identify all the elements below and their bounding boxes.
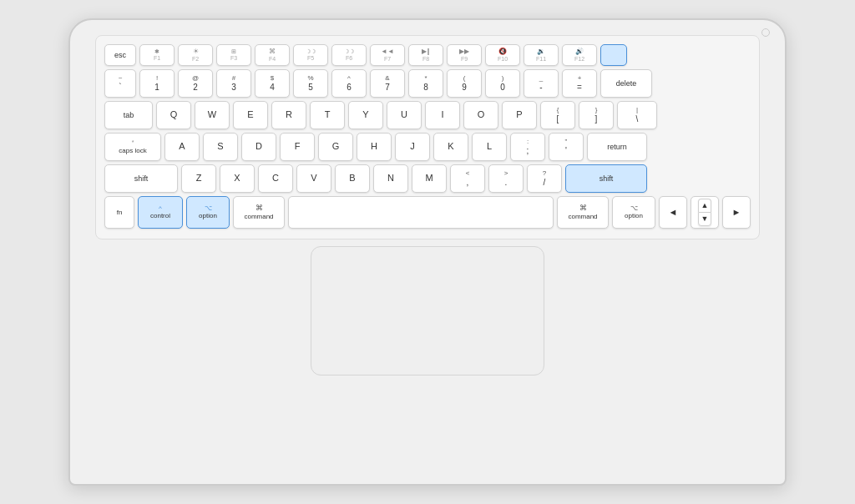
key-u[interactable]: U (387, 101, 422, 129)
trackpad[interactable] (311, 246, 544, 375)
key-quote[interactable]: "' (549, 133, 584, 161)
key-1[interactable]: !1 (139, 69, 175, 98)
key-tab[interactable]: tab (104, 101, 153, 129)
key-m[interactable]: M (412, 164, 447, 193)
key-l[interactable]: L (472, 133, 507, 161)
key-arrow-left[interactable]: ◄ (659, 196, 687, 229)
key-p[interactable]: P (502, 101, 537, 129)
key-space[interactable] (288, 196, 554, 229)
key-8[interactable]: *8 (408, 69, 443, 98)
key-option-right[interactable]: ⌥ option (612, 196, 655, 229)
key-a[interactable]: A (164, 133, 200, 161)
key-fn[interactable]: fn (104, 196, 134, 229)
key-f1[interactable]: ✱F1 (139, 44, 175, 66)
key-f5[interactable]: ☽☽F5 (293, 44, 328, 66)
keyboard: esc ✱F1 ☀F2 ⊞F3 ⌘F4 ☽☽F5 ☽☽F6 ◄◄F7 ▶‖F8 … (95, 35, 760, 239)
key-arrow-down[interactable]: ▼ (698, 212, 712, 226)
key-arrow-right[interactable]: ► (722, 196, 751, 229)
key-n[interactable]: N (373, 164, 408, 193)
key-s[interactable]: S (203, 133, 238, 161)
laptop-body: esc ✱F1 ☀F2 ⊞F3 ⌘F4 ☽☽F5 ☽☽F6 ◄◄F7 ▶‖F8 … (68, 18, 787, 486)
key-x[interactable]: X (220, 164, 255, 193)
key-bracket-l[interactable]: {[ (540, 101, 575, 129)
key-f11[interactable]: 🔉F11 (524, 44, 559, 66)
key-shift-left[interactable]: shift (104, 164, 178, 193)
key-shift-right[interactable]: shift (565, 164, 647, 193)
key-semicolon[interactable]: :; (510, 133, 545, 161)
key-minus[interactable]: _- (524, 69, 559, 98)
key-3[interactable]: #3 (216, 69, 251, 98)
key-bracket-r[interactable]: }] (579, 101, 614, 129)
key-d[interactable]: D (241, 133, 276, 161)
key-v[interactable]: V (296, 164, 331, 193)
key-f10[interactable]: 🔇F10 (485, 44, 520, 66)
key-r[interactable]: R (271, 101, 306, 129)
key-g[interactable]: G (318, 133, 353, 161)
key-option-left[interactable]: ⌥ option (186, 196, 230, 229)
key-o[interactable]: O (463, 101, 498, 129)
key-w[interactable]: W (195, 101, 230, 129)
key-command-left[interactable]: ⌘ command (233, 196, 285, 229)
key-f4[interactable]: ⌘F4 (255, 44, 290, 66)
key-f2[interactable]: ☀F2 (178, 44, 213, 66)
key-k[interactable]: K (433, 133, 468, 161)
key-period[interactable]: >. (488, 164, 524, 193)
key-q[interactable]: Q (156, 101, 191, 129)
key-0[interactable]: )0 (485, 69, 520, 98)
key-f12[interactable]: 🔊F12 (562, 44, 597, 66)
key-9[interactable]: (9 (447, 69, 482, 98)
key-command-right[interactable]: ⌘ command (557, 196, 609, 229)
key-comma[interactable]: <, (450, 164, 485, 193)
key-7[interactable]: &7 (370, 69, 405, 98)
key-power[interactable] (600, 44, 627, 66)
key-e[interactable]: E (233, 101, 268, 129)
key-slash[interactable]: ?/ (527, 164, 562, 193)
key-h[interactable]: H (357, 133, 392, 161)
qwerty-key-row: tab Q W E R T Y U I O P {[ }] |\ (104, 101, 751, 129)
key-5[interactable]: %5 (293, 69, 328, 98)
zxcv-key-row: shift Z X C V B N M <, >. ?/ shift (104, 164, 751, 193)
key-6[interactable]: ^6 (331, 69, 367, 98)
key-backtick[interactable]: ~` (104, 69, 136, 98)
key-j[interactable]: J (395, 133, 430, 161)
bottom-key-row: fn ^ control ⌥ option ⌘ command ⌘ comman… (104, 196, 751, 229)
fn-key-row: esc ✱F1 ☀F2 ⊞F3 ⌘F4 ☽☽F5 ☽☽F6 ◄◄F7 ▶‖F8 … (104, 44, 751, 66)
key-4[interactable]: $4 (255, 69, 290, 98)
key-t[interactable]: T (310, 101, 345, 129)
asdf-key-row: * caps lock A S D F G H J K L :; "' retu… (104, 133, 751, 161)
key-f3[interactable]: ⊞F3 (216, 44, 251, 66)
key-delete[interactable]: delete (600, 69, 652, 98)
key-arrow-updown: ▲ ▼ (691, 196, 719, 229)
key-i[interactable]: I (425, 101, 460, 129)
number-key-row: ~` !1 @2 #3 $4 %5 ^6 &7 *8 (9 )0 _- += d… (104, 69, 751, 98)
key-f8[interactable]: ▶‖F8 (408, 44, 443, 66)
key-caps-lock[interactable]: * caps lock (104, 133, 161, 161)
key-2[interactable]: @2 (178, 69, 213, 98)
key-f9[interactable]: ▶▶F9 (447, 44, 482, 66)
key-control[interactable]: ^ control (138, 196, 183, 229)
key-c[interactable]: C (258, 164, 293, 193)
key-z[interactable]: Z (181, 164, 216, 193)
key-return[interactable]: return (587, 133, 647, 161)
key-arrow-up[interactable]: ▲ (698, 199, 712, 212)
key-backslash[interactable]: |\ (617, 101, 657, 129)
key-equals[interactable]: += (562, 69, 597, 98)
key-f6[interactable]: ☽☽F6 (331, 44, 367, 66)
key-esc[interactable]: esc (104, 44, 136, 66)
key-b[interactable]: B (335, 164, 370, 193)
key-f[interactable]: F (280, 133, 315, 161)
key-y[interactable]: Y (348, 101, 383, 129)
key-f7[interactable]: ◄◄F7 (370, 44, 405, 66)
